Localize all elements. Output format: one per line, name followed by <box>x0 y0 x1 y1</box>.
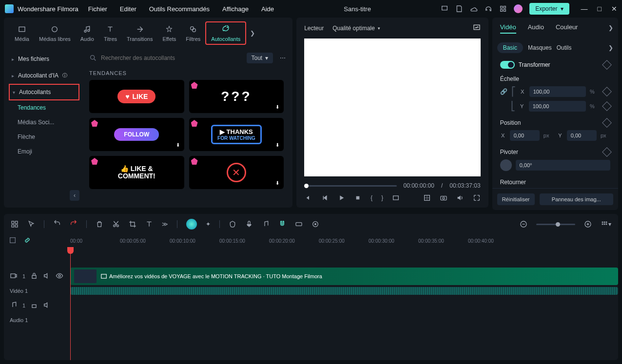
menu-edit[interactable]: Editer <box>120 5 136 13</box>
filter-dropdown[interactable]: Tout▾ <box>247 53 273 63</box>
transform-toggle[interactable] <box>500 61 515 69</box>
sticker-question[interactable]: ???⬇ <box>189 80 284 113</box>
keyframe-icon[interactable] <box>602 118 612 128</box>
bracket-close-icon[interactable]: } <box>381 194 383 201</box>
lock-icon[interactable] <box>30 272 38 281</box>
toolbar-more-icon[interactable]: ≫ <box>162 221 168 228</box>
enhance-icon[interactable]: ✦ <box>206 221 211 228</box>
tab-filters[interactable]: Filtres <box>181 22 205 44</box>
keyframe-icon[interactable] <box>602 147 612 157</box>
rotate-dial[interactable] <box>500 159 512 171</box>
menu-tools[interactable]: Outils Recommandés <box>149 5 210 13</box>
sidebar-sub-trends[interactable]: Tendances <box>4 100 84 115</box>
track-options-icon[interactable]: ▾ <box>601 220 611 228</box>
prev-frame-icon[interactable] <box>304 194 312 202</box>
lock-icon[interactable] <box>30 301 38 310</box>
position-y-input[interactable] <box>567 130 597 141</box>
inspector-tab-color[interactable]: Couleur <box>556 23 578 34</box>
more-options-icon[interactable]: ⋯ <box>278 55 288 61</box>
sticker-like[interactable]: ♥ LIKE <box>89 80 184 113</box>
image-panel-button[interactable]: Panneau des imag... <box>540 193 613 205</box>
tab-transitions[interactable]: Transitions <box>122 22 157 44</box>
tab-effects[interactable]: Effets <box>157 22 181 44</box>
search-input[interactable] <box>101 55 242 61</box>
text-icon[interactable] <box>145 220 153 228</box>
track-link-icon[interactable] <box>23 236 31 245</box>
inspector-more-icon[interactable]: ❯ <box>608 24 613 31</box>
download-icon[interactable]: ⬇ <box>273 178 282 187</box>
tab-audio[interactable]: Audio <box>76 22 99 44</box>
voice-icon[interactable] <box>245 220 253 228</box>
sticker-likecomment[interactable]: 👍 LIKE &COMMENT! <box>89 156 184 189</box>
sidebar-item-stickers[interactable]: ▾Autocollants <box>9 84 79 100</box>
marker-icon[interactable] <box>229 220 236 228</box>
rotate-input[interactable] <box>516 160 610 171</box>
export-button[interactable]: Exporter▾ <box>529 3 569 15</box>
track-collapse-icon[interactable] <box>9 236 17 245</box>
device-icon[interactable] <box>441 5 448 13</box>
record-icon[interactable] <box>311 220 319 228</box>
preview-canvas[interactable] <box>304 38 480 176</box>
bracket-open-icon[interactable]: { <box>370 194 372 201</box>
sidebar-sub-arrow[interactable]: Flèche <box>4 130 84 144</box>
keyframe-icon[interactable] <box>602 87 612 96</box>
link-track-icon[interactable] <box>295 220 303 228</box>
volume-icon[interactable] <box>456 194 464 202</box>
tab-stickers[interactable]: Autocollants <box>205 21 246 45</box>
scrub-slider[interactable] <box>304 185 396 187</box>
grid-icon[interactable] <box>423 194 431 202</box>
tab-stock[interactable]: Médias libres <box>34 22 76 44</box>
audio-waveform[interactable] <box>70 287 618 295</box>
select-icon[interactable] <box>27 220 35 228</box>
reset-button[interactable]: Réinitialiser <box>497 193 535 205</box>
mute-icon[interactable] <box>43 272 51 281</box>
layout-icon[interactable] <box>11 220 19 228</box>
stop-icon[interactable] <box>354 194 362 202</box>
cloud-icon[interactable] <box>470 5 478 13</box>
delete-icon[interactable] <box>96 220 103 228</box>
zoom-in-icon[interactable] <box>584 220 592 228</box>
visibility-icon[interactable] <box>56 272 63 281</box>
timeline-ruler[interactable]: 00:00 00:00:05:00 00:00:10:00 00:00:15:0… <box>4 234 618 247</box>
crop-icon[interactable] <box>129 220 136 228</box>
maximize-button[interactable]: □ <box>598 5 602 13</box>
magnet-icon[interactable] <box>278 220 286 228</box>
sidebar-collapse-icon[interactable]: ‹ <box>70 190 79 201</box>
zoom-out-icon[interactable] <box>520 220 527 228</box>
keyframe-icon[interactable] <box>602 60 612 70</box>
inspector-tab-video[interactable]: Vidéo <box>500 23 516 34</box>
play-icon[interactable] <box>337 194 345 202</box>
download-icon[interactable]: ⬇ <box>273 102 282 111</box>
download-icon[interactable]: ⬇ <box>273 140 282 149</box>
cut-icon[interactable] <box>112 220 120 228</box>
minimize-button[interactable]: — <box>581 5 588 13</box>
sub-arrow-icon[interactable]: ❯ <box>608 44 613 51</box>
tabs-more-icon[interactable]: ❯ <box>246 30 259 37</box>
sidebar-sub-emoji[interactable]: Emoji <box>4 144 84 159</box>
sticker-xcircle[interactable]: ✕⬇ <box>189 156 284 189</box>
snapshot-icon[interactable] <box>473 23 481 33</box>
tab-titles[interactable]: Titres <box>99 22 122 44</box>
video-clip[interactable]: Améliorez vos vidéos de VOYAGE avec le M… <box>70 268 618 285</box>
sticker-follow[interactable]: FOLLOW⬇ <box>89 118 184 151</box>
headphones-icon[interactable] <box>485 5 492 13</box>
apps-icon[interactable] <box>499 5 507 13</box>
link-icon[interactable]: 🔗 <box>500 88 507 95</box>
sub-tab-basic[interactable]: Basic <box>497 42 523 53</box>
ai-icon[interactable] <box>186 219 197 230</box>
zoom-slider[interactable] <box>536 224 575 225</box>
position-x-input[interactable] <box>510 130 540 141</box>
fullscreen-icon[interactable] <box>473 194 481 202</box>
ratio-icon[interactable] <box>392 194 400 202</box>
sub-tab-masks[interactable]: Masques <box>528 44 552 51</box>
tab-media[interactable]: Média <box>10 22 34 44</box>
preview-tab-player[interactable]: Lecteur <box>304 25 324 32</box>
redo-icon[interactable] <box>70 220 78 228</box>
save-icon[interactable] <box>455 5 463 13</box>
sidebar-sub-social[interactable]: Médias Soci... <box>4 115 84 130</box>
camera-icon[interactable] <box>440 194 447 202</box>
close-button[interactable]: ✕ <box>611 5 617 13</box>
skip-back-icon[interactable] <box>321 194 329 202</box>
scale-x-input[interactable] <box>529 86 586 97</box>
scale-y-input[interactable] <box>529 101 586 112</box>
